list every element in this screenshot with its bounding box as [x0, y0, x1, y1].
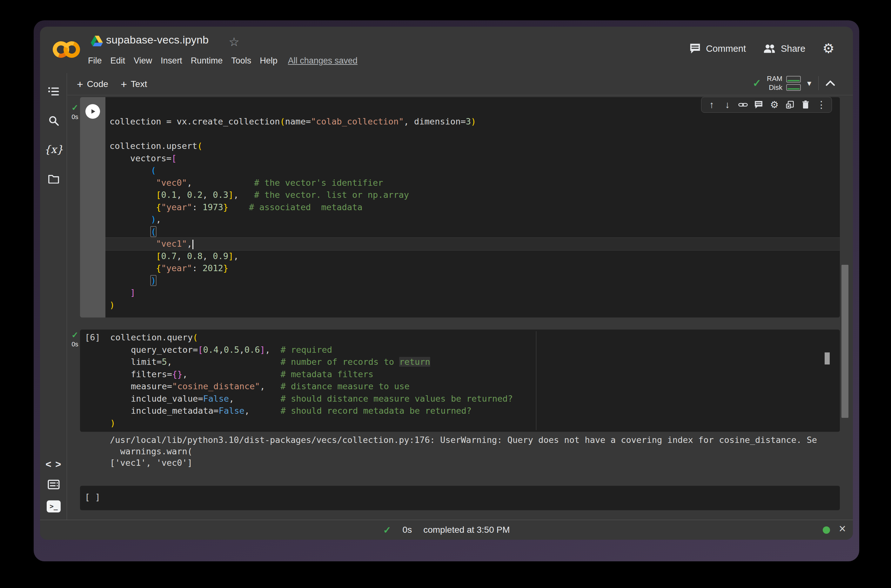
menu-insert[interactable]: Insert	[160, 56, 182, 66]
plus-icon: +	[77, 78, 83, 90]
add-comment-icon[interactable]	[753, 99, 764, 110]
cell2-exec-badge: ✓ 0s	[69, 330, 81, 348]
files-folder-icon[interactable]	[45, 171, 62, 187]
add-code-cell-button[interactable]: + Code	[77, 77, 108, 92]
menu-help[interactable]: Help	[260, 56, 278, 66]
menu-edit[interactable]: Edit	[111, 56, 125, 66]
code-snippets-icon[interactable]: < >	[45, 456, 62, 473]
notebook-toolbar: + Code + Text ✓ RAM Disk	[68, 73, 853, 95]
toolbar-divider	[818, 76, 819, 90]
resource-meters[interactable]	[786, 76, 801, 91]
add-text-cell-button[interactable]: + Text	[121, 77, 147, 92]
code-cell-2[interactable]: [6] collection.query( query_vector=[0.4,…	[80, 330, 840, 432]
add-text-label: Text	[131, 79, 147, 89]
cell1-code-editor[interactable]: collection = vx.create_collection(name="…	[105, 116, 840, 311]
header-actions: Comment Share ⚙	[689, 42, 834, 55]
menu-file[interactable]: File	[88, 56, 102, 66]
terminal-icon[interactable]: >_	[45, 498, 62, 514]
colab-window: supabase-vecs.ipynb ☆ File Edit View Ins…	[40, 27, 853, 540]
execution-status-bar: ✓ 0s completed at 3:50 PM ×	[40, 520, 853, 540]
resource-labels: RAM Disk	[767, 74, 782, 92]
cell1-run-gutter	[80, 97, 105, 318]
search-icon[interactable]	[45, 112, 62, 129]
runtime-connected-check-icon: ✓	[753, 77, 761, 89]
cell-success-check-icon: ✓	[69, 103, 81, 113]
move-cell-up-icon[interactable]: ↑	[706, 99, 717, 110]
notebook-scroll-area[interactable]: ✓ 0s collection = vx.create_collection(n…	[68, 95, 853, 520]
run-cell-button[interactable]	[86, 104, 100, 119]
disk-label: Disk	[767, 83, 782, 92]
mirror-cell-in-tab-icon[interactable]	[784, 99, 795, 110]
code-cell-3-empty[interactable]: [ ]	[80, 486, 840, 510]
cell2-scrollbar-thumb[interactable]	[825, 352, 830, 364]
google-drive-icon	[91, 36, 103, 46]
app-body: {x} < >	[40, 73, 853, 520]
cell1-exec-badge: ✓ 0s	[69, 103, 81, 121]
colab-logo-icon[interactable]	[53, 40, 83, 59]
cell-settings-gear-icon[interactable]: ⚙	[769, 99, 780, 110]
cell-toolbar: ↑ ↓	[701, 97, 832, 113]
status-exec-time: 0s	[403, 525, 412, 535]
status-check-icon: ✓	[383, 525, 391, 536]
status-message: completed at 3:50 PM	[423, 525, 510, 535]
left-sidebar: {x} < >	[40, 73, 67, 520]
disk-meter	[786, 84, 801, 91]
cell-more-options-kebab-icon[interactable]: ⋮	[816, 99, 827, 110]
comment-label: Comment	[706, 44, 746, 54]
content-area: + Code + Text ✓ RAM Disk	[68, 73, 853, 520]
copy-link-to-cell-icon[interactable]	[738, 99, 748, 110]
editor-column-ruler	[536, 331, 536, 430]
add-code-label: Code	[87, 79, 108, 89]
star-icon[interactable]: ☆	[229, 35, 239, 49]
status-green-dot-indicator	[823, 526, 830, 534]
cell1-exec-time: 0s	[69, 113, 81, 121]
menu-tools[interactable]: Tools	[231, 56, 251, 66]
code-cell-1[interactable]: collection = vx.create_collection(name="…	[80, 97, 840, 318]
save-status-link[interactable]: All changes saved	[288, 56, 357, 66]
move-cell-down-icon[interactable]: ↓	[722, 99, 733, 110]
share-label: Share	[781, 44, 805, 54]
notebook-title[interactable]: supabase-vecs.ipynb	[106, 34, 208, 46]
menu-bar: File Edit View Insert Runtime Tools Help…	[88, 56, 357, 66]
menu-view[interactable]: View	[134, 56, 152, 66]
cell-success-check-icon: ✓	[69, 330, 81, 340]
comment-icon	[689, 43, 701, 54]
command-palette-icon[interactable]	[45, 476, 62, 493]
notebook-scrollbar-thumb[interactable]	[842, 265, 849, 418]
ram-meter	[786, 76, 801, 82]
status-close-icon[interactable]: ×	[839, 522, 846, 536]
menu-runtime[interactable]: Runtime	[191, 56, 223, 66]
cell2-exec-time: 0s	[69, 340, 81, 348]
variables-icon[interactable]: {x}	[45, 141, 62, 158]
cell3-execution-count: [ ]	[85, 492, 100, 502]
table-of-contents-icon[interactable]	[45, 83, 62, 100]
runtime-caret-down-icon[interactable]: ▾	[807, 78, 811, 88]
screenshot-root: supabase-vecs.ipynb ☆ File Edit View Ins…	[0, 0, 891, 588]
delete-cell-trash-icon[interactable]	[800, 99, 811, 110]
settings-gear-icon[interactable]: ⚙	[822, 42, 834, 55]
collapse-sections-chevron-icon[interactable]	[826, 80, 835, 86]
comment-button[interactable]: Comment	[689, 43, 746, 54]
plus-icon: +	[121, 78, 127, 90]
cell2-output-text: /usr/local/lib/python3.10/dist-packages/…	[110, 434, 817, 469]
share-button[interactable]: Share	[763, 44, 805, 54]
ram-label: RAM	[767, 74, 782, 83]
runtime-status: ✓ RAM Disk ▾	[753, 74, 835, 92]
cell2-code-editor[interactable]: collection.query( query_vector=[0.4,0.5,…	[80, 332, 840, 429]
people-icon	[763, 44, 776, 53]
